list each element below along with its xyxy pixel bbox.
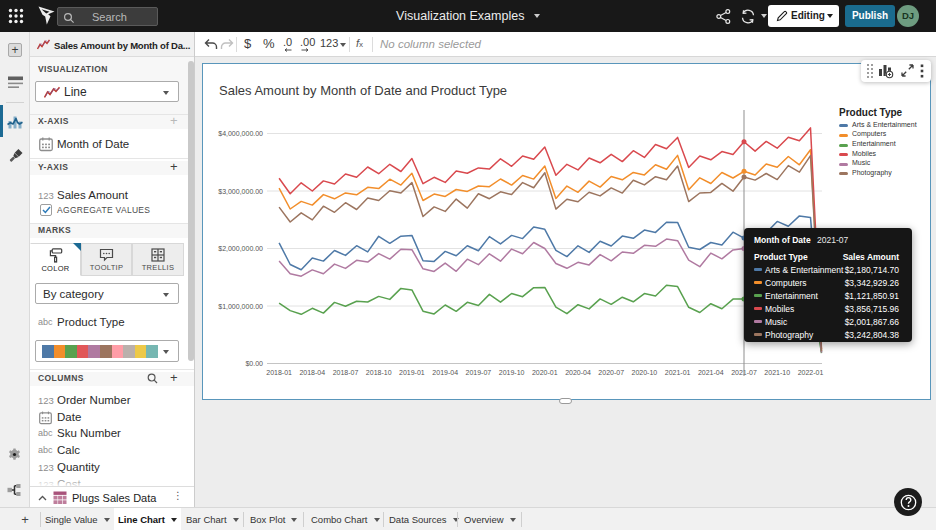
svg-text:$4,000,000.00: $4,000,000.00 (218, 130, 263, 137)
svg-text:$2,000,000.00: $2,000,000.00 (218, 245, 263, 252)
svg-text:$0.00: $0.00 (245, 360, 263, 367)
svg-text:2021-04: 2021-04 (698, 369, 724, 376)
svg-text:2018-10: 2018-10 (366, 369, 392, 376)
svg-text:$3,000,000.00: $3,000,000.00 (218, 188, 263, 195)
svg-text:2018-04: 2018-04 (299, 369, 325, 376)
svg-text:$1,000,000.00: $1,000,000.00 (218, 303, 263, 310)
svg-text:2022-01: 2022-01 (798, 369, 824, 376)
svg-text:2020-07: 2020-07 (598, 369, 624, 376)
svg-text:2020-04: 2020-04 (565, 369, 591, 376)
svg-text:2019-04: 2019-04 (432, 369, 458, 376)
svg-text:2020-10: 2020-10 (632, 369, 658, 376)
svg-text:2021-01: 2021-01 (665, 369, 691, 376)
svg-text:2019-01: 2019-01 (399, 369, 425, 376)
svg-text:2018-01: 2018-01 (266, 369, 292, 376)
svg-text:2019-07: 2019-07 (466, 369, 492, 376)
svg-text:2018-07: 2018-07 (333, 369, 359, 376)
svg-text:2019-10: 2019-10 (499, 369, 525, 376)
svg-text:2021-10: 2021-10 (764, 369, 790, 376)
svg-text:2020-01: 2020-01 (532, 369, 558, 376)
